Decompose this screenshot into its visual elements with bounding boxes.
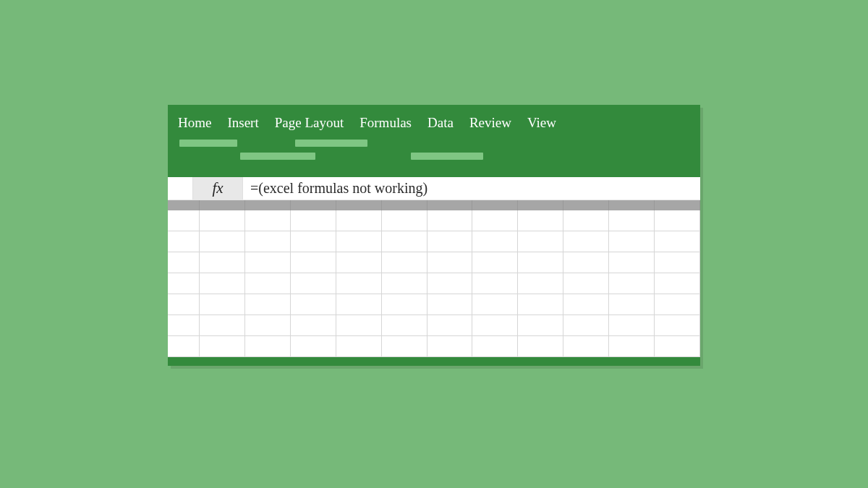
cell[interactable]	[245, 231, 291, 252]
cell[interactable]	[200, 315, 245, 336]
tab-insert[interactable]: Insert	[227, 115, 258, 131]
cell[interactable]	[427, 315, 473, 336]
cell[interactable]	[291, 294, 336, 315]
cell[interactable]	[609, 336, 655, 357]
cell[interactable]	[382, 210, 427, 231]
cell[interactable]	[655, 210, 700, 231]
cell[interactable]	[563, 210, 609, 231]
row-header[interactable]	[168, 252, 200, 273]
cell[interactable]	[472, 315, 518, 336]
cell[interactable]	[200, 231, 245, 252]
row-header[interactable]	[168, 294, 200, 315]
column-header[interactable]	[245, 200, 291, 210]
row-header[interactable]	[168, 231, 200, 252]
cell[interactable]	[336, 210, 382, 231]
cell[interactable]	[245, 273, 291, 294]
cell[interactable]	[200, 273, 245, 294]
column-header[interactable]	[291, 200, 336, 210]
cell[interactable]	[563, 252, 609, 273]
cell[interactable]	[336, 231, 382, 252]
cell[interactable]	[427, 336, 473, 357]
cell[interactable]	[291, 252, 336, 273]
cell[interactable]	[336, 273, 382, 294]
tab-page-layout[interactable]: Page Layout	[275, 115, 344, 131]
cell[interactable]	[336, 336, 382, 357]
cell[interactable]	[655, 231, 700, 252]
cell[interactable]	[472, 210, 518, 231]
cell[interactable]	[609, 210, 655, 231]
cell[interactable]	[563, 315, 609, 336]
cell[interactable]	[291, 336, 336, 357]
cell[interactable]	[382, 231, 427, 252]
cell[interactable]	[518, 231, 563, 252]
cell[interactable]	[609, 231, 655, 252]
cell[interactable]	[291, 231, 336, 252]
column-header[interactable]	[655, 200, 700, 210]
tab-home[interactable]: Home	[178, 115, 211, 131]
column-header[interactable]	[563, 200, 609, 210]
row-header[interactable]	[168, 273, 200, 294]
cell[interactable]	[655, 252, 700, 273]
cell[interactable]	[472, 336, 518, 357]
cell[interactable]	[518, 294, 563, 315]
cell[interactable]	[518, 336, 563, 357]
cell[interactable]	[427, 231, 473, 252]
cell[interactable]	[245, 210, 291, 231]
column-header[interactable]	[472, 200, 518, 210]
cell[interactable]	[563, 336, 609, 357]
cell[interactable]	[472, 273, 518, 294]
cell[interactable]	[291, 273, 336, 294]
cell[interactable]	[336, 315, 382, 336]
cell[interactable]	[609, 252, 655, 273]
cell[interactable]	[245, 336, 291, 357]
name-box[interactable]	[168, 177, 192, 200]
cell[interactable]	[200, 336, 245, 357]
cell[interactable]	[563, 231, 609, 252]
tab-formulas[interactable]: Formulas	[359, 115, 412, 131]
formula-input[interactable]	[243, 177, 700, 200]
cell[interactable]	[382, 294, 427, 315]
cell[interactable]	[655, 336, 700, 357]
fx-icon[interactable]: fx	[192, 177, 243, 200]
cell[interactable]	[609, 315, 655, 336]
cell[interactable]	[382, 252, 427, 273]
row-header[interactable]	[168, 315, 200, 336]
row-header[interactable]	[168, 210, 200, 231]
cell[interactable]	[655, 315, 700, 336]
cell[interactable]	[382, 336, 427, 357]
column-header[interactable]	[336, 200, 382, 210]
cell[interactable]	[245, 294, 291, 315]
cell[interactable]	[382, 273, 427, 294]
cell[interactable]	[518, 273, 563, 294]
cell[interactable]	[427, 210, 473, 231]
cell[interactable]	[200, 210, 245, 231]
cell[interactable]	[655, 294, 700, 315]
tab-data[interactable]: Data	[427, 115, 454, 131]
tab-review[interactable]: Review	[469, 115, 511, 131]
cell[interactable]	[200, 252, 245, 273]
cell[interactable]	[427, 294, 473, 315]
column-header[interactable]	[427, 200, 473, 210]
tab-view[interactable]: View	[527, 115, 556, 131]
cell[interactable]	[427, 273, 473, 294]
cell[interactable]	[291, 210, 336, 231]
cell[interactable]	[336, 252, 382, 273]
column-header[interactable]	[609, 200, 655, 210]
cell[interactable]	[245, 315, 291, 336]
cell[interactable]	[609, 294, 655, 315]
cell[interactable]	[472, 252, 518, 273]
row-header[interactable]	[168, 336, 200, 357]
cell[interactable]	[518, 210, 563, 231]
cell[interactable]	[427, 252, 473, 273]
cell[interactable]	[291, 315, 336, 336]
column-header[interactable]	[200, 200, 245, 210]
select-all-corner[interactable]	[168, 200, 200, 210]
cell[interactable]	[563, 273, 609, 294]
cell[interactable]	[336, 294, 382, 315]
cell[interactable]	[472, 231, 518, 252]
cell[interactable]	[655, 273, 700, 294]
spreadsheet-grid[interactable]	[168, 210, 700, 357]
column-header[interactable]	[518, 200, 563, 210]
cell[interactable]	[563, 294, 609, 315]
cell[interactable]	[518, 315, 563, 336]
